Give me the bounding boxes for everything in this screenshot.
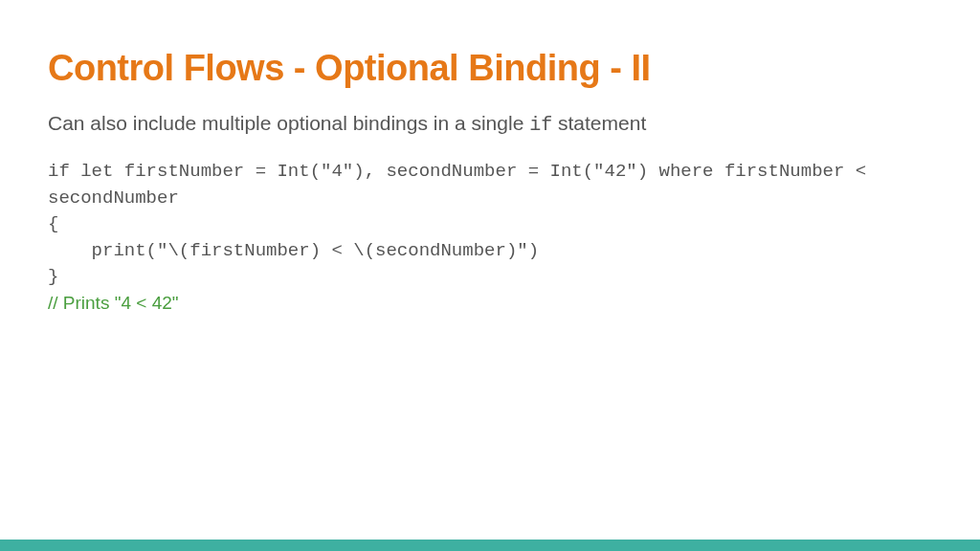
code-comment: // Prints "4 < 42"	[48, 293, 932, 314]
code-block: if let firstNumber = Int("4"), secondNum…	[48, 159, 932, 291]
slide-description: Can also include multiple optional bindi…	[48, 112, 932, 136]
description-prefix: Can also include multiple optional bindi…	[48, 112, 529, 134]
slide-container: Control Flows - Optional Binding - II Ca…	[0, 0, 980, 551]
description-inline-code: if	[529, 114, 552, 136]
description-suffix: statement	[552, 112, 646, 134]
accent-bar	[0, 540, 980, 551]
slide-title: Control Flows - Optional Binding - II	[48, 48, 932, 89]
